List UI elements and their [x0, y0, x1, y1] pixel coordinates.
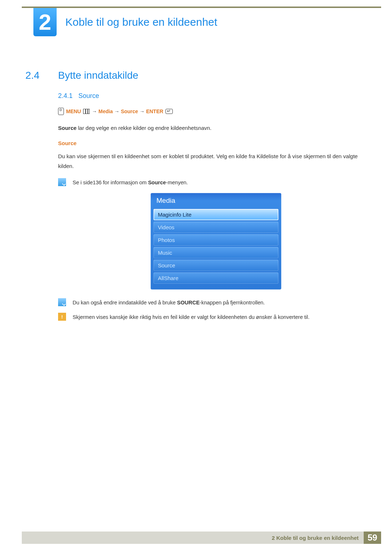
- section-title: Bytte inndatakilde: [58, 70, 138, 81]
- media-menu-panel: Media Magicinfo LiteVideosPhotosMusicSou…: [151, 193, 281, 290]
- source-body: Du kan vise skjermen til en kildeenhet s…: [58, 151, 374, 171]
- note1-text: Se i side136 for informasjon om Source-m…: [73, 178, 188, 187]
- path-arrow3: →: [139, 108, 144, 114]
- footer-page-number: 59: [364, 532, 381, 544]
- note2-post: -knappen på fjernkontrollen.: [200, 300, 265, 305]
- footer-label: 2 Koble til og bruke en kildeenhet: [267, 532, 364, 544]
- path-media: Media: [98, 108, 113, 114]
- note-info-1: Se i side136 for informasjon om Source-m…: [58, 178, 374, 187]
- chapter-title: Koble til og bruke en kildeenhet: [65, 16, 217, 28]
- remote-icon: [58, 108, 64, 115]
- media-menu-item[interactable]: Photos: [154, 234, 278, 246]
- footer-bar: [22, 532, 267, 544]
- source-heading: Source: [58, 140, 374, 146]
- menu-path: MENU → Media → Source → ENTER: [58, 108, 374, 115]
- note2-text: Du kan også endre inndatakilde ved å bru…: [73, 298, 265, 307]
- warn-text: Skjermen vises kanskje ikke riktig hvis …: [73, 313, 310, 322]
- info-icon: [58, 178, 66, 186]
- enter-icon: [166, 109, 173, 114]
- content-area: 2.4 Bytte inndatakilde 2.4.1Source MENU …: [25, 70, 374, 328]
- page-frame: 2 Koble til og bruke en kildeenhet 2.4 B…: [22, 7, 381, 554]
- note-warning: ! Skjermen vises kanskje ikke riktig hvi…: [58, 313, 374, 322]
- note2-bold: SOURCE: [177, 300, 200, 305]
- media-menu-items: Magicinfo LiteVideosPhotosMusicSourceAll…: [151, 209, 281, 284]
- media-menu-item[interactable]: AllShare: [154, 272, 278, 284]
- path-arrow2: →: [114, 108, 119, 114]
- media-menu-item[interactable]: Videos: [154, 222, 278, 233]
- media-menu-item[interactable]: Source: [154, 260, 278, 271]
- note1-pre: Se i side136 for informasjon om: [73, 180, 148, 185]
- path-menu: MENU: [66, 108, 81, 114]
- intro-rest: lar deg velge en rekke kilder og endre k…: [77, 125, 212, 131]
- path-source: Source: [121, 108, 138, 114]
- media-menu-item[interactable]: Magicinfo Lite: [154, 209, 278, 220]
- media-menu-title: Media: [151, 193, 281, 208]
- chapter-tab: 2: [33, 8, 57, 36]
- note1-bold: Source: [148, 180, 166, 185]
- info-icon: [58, 298, 66, 306]
- path-enter: ENTER: [146, 108, 163, 114]
- subsection: 2.4.1Source MENU → Media → Source → ENTE…: [58, 92, 374, 322]
- media-menu-item[interactable]: Music: [154, 247, 278, 258]
- note2-pre: Du kan også endre inndatakilde ved å bru…: [73, 300, 177, 305]
- menu-grid-icon: [83, 109, 90, 114]
- section-number: 2.4: [25, 70, 58, 81]
- subsection-number: 2.4.1: [58, 92, 78, 100]
- note1-post: -menyen.: [166, 180, 188, 185]
- page-footer: 2 Koble til og bruke en kildeenhet 59: [22, 532, 381, 544]
- warning-icon: !: [58, 313, 66, 321]
- intro-bold: Source: [58, 125, 77, 131]
- note-info-2: Du kan også endre inndatakilde ved å bru…: [58, 298, 374, 307]
- chapter-number: 2: [39, 11, 51, 33]
- path-arrow1: →: [92, 108, 97, 114]
- subsection-heading: 2.4.1Source: [58, 92, 374, 100]
- subsection-title: Source: [78, 92, 99, 99]
- section-row: 2.4 Bytte inndatakilde: [25, 70, 374, 81]
- intro-text: Source lar deg velge en rekke kilder og …: [58, 123, 374, 133]
